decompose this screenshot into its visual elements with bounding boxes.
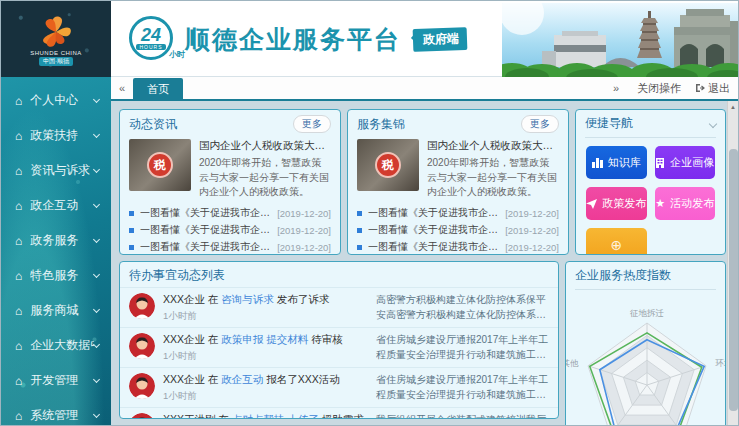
- todo-row[interactable]: XXX王洪刚 在 点对点帮扶 上传了 援助需求 1小时前 我厅组织开展全省装配式…: [120, 407, 558, 419]
- scroll-up-icon[interactable]: ▲: [728, 101, 738, 110]
- bullet-icon: [357, 211, 362, 216]
- todo-detail: 我厅组织开展全省装配式建筑培训我厅组织开展全省装配式建筑培训我厅组织开展全省装配…: [376, 413, 549, 419]
- bullet-icon: [357, 245, 362, 250]
- chevron-down-icon[interactable]: [709, 119, 717, 127]
- todo-action: 报名了XXX活动: [266, 373, 340, 385]
- sidebar-item-service-mall[interactable]: ⌂服务商城: [1, 293, 111, 328]
- sidebar: ⌂个人中心 ⌂政策扶持 ⌂资讯与诉求 ⌂政企互动 ⌂政务服务 ⌂特色服务 ⌂服务…: [1, 77, 111, 426]
- panel-quick-nav: 便捷导航 知识库 企业画像: [575, 109, 726, 255]
- hours-24-icon: 24 HOURS 小时: [129, 16, 175, 62]
- service-featured-item[interactable]: 税 国内企业个人税收政策大汇总[2019-12-20] 2020年即将开始，智慧…: [348, 136, 568, 203]
- building-icon: [655, 158, 665, 168]
- chevron-down-icon: [93, 200, 100, 207]
- panel-title: 企业服务热度指数: [575, 267, 671, 284]
- enterprise-portrait-button[interactable]: 企业画像: [655, 146, 716, 179]
- add-shortcut-button[interactable]: ⊕: [586, 228, 647, 255]
- sidebar-item-bigdata-center[interactable]: ⌂企业大数据中心: [1, 328, 111, 363]
- avatar: [129, 333, 155, 359]
- logout-button[interactable]: 退出: [691, 81, 739, 96]
- svg-text:其他: 其他: [566, 358, 579, 368]
- sidebar-item-sys-management[interactable]: ⌂系统管理: [1, 398, 111, 426]
- knowledge-base-button[interactable]: 知识库: [586, 146, 647, 179]
- panel-title: 便捷导航: [585, 115, 633, 132]
- sidebar-item-info-appeals[interactable]: ⌂资讯与诉求: [1, 153, 111, 188]
- chevron-down-icon: [93, 340, 100, 347]
- todo-link[interactable]: 咨询与诉求: [221, 293, 274, 305]
- sidebar-item-personal-center[interactable]: ⌂个人中心: [1, 83, 111, 118]
- panel-service-collection: 服务集锦 更多 税 国内企业个人税收政策大汇总[2019-12-20] 2020…: [347, 109, 569, 255]
- chevron-down-icon: [93, 270, 100, 277]
- news-more-button[interactable]: 更多: [293, 115, 331, 133]
- brand-logo: SHUNDE CHINA 中国·顺德: [1, 1, 111, 77]
- page-title: 顺德企业服务平台: [185, 23, 401, 56]
- todo-row[interactable]: XXX企业 在 政策申报 提交材料 待审核 1小时前 省住房城乡建设厅通报201…: [120, 327, 558, 367]
- chevron-down-icon: [93, 235, 100, 242]
- bullet-icon: [129, 211, 134, 216]
- todo-row[interactable]: XXX企业 在 政企互动 报名了XXX活动 1小时前 省住房城乡建设厅通报201…: [120, 367, 558, 407]
- home-icon: ⌂: [15, 234, 22, 248]
- sidebar-item-gov-services[interactable]: ⌂政务服务: [1, 223, 111, 258]
- todo-company: XXX企业: [163, 373, 205, 385]
- main-area: « 首页 » 关闭操作 退出 动态资讯 更多 税: [111, 77, 739, 426]
- chevron-down-icon: [93, 410, 100, 417]
- news-featured-item[interactable]: 税 国内企业个人税收政策大汇总[2019-12-20] 2020年即将开始，智慧…: [120, 136, 340, 203]
- sidebar-item-gov-enterprise[interactable]: ⌂政企互动: [1, 188, 111, 223]
- service-list-item[interactable]: 一图看懂《关于促进我市企业“升高”工作–[2019-12-20]: [357, 239, 559, 256]
- panel-dynamic-news: 动态资讯 更多 税 国内企业个人税收政策大汇总[2019-12-20] 2020…: [119, 109, 341, 255]
- service-thumbnail: 税: [357, 139, 419, 191]
- brand-title-group: 24 HOURS 小时 顺德企业服务平台 政府端: [129, 1, 467, 77]
- home-icon: ⌂: [15, 339, 22, 353]
- activity-publish-button[interactable]: ★ 活动发布: [655, 187, 716, 220]
- bullet-icon: [129, 245, 134, 250]
- home-icon: ⌂: [15, 304, 22, 318]
- logo-text-en: SHUNDE CHINA: [30, 50, 82, 57]
- todo-time: 1小时前: [163, 310, 368, 323]
- home-icon: ⌂: [15, 409, 22, 423]
- avatar: [129, 413, 155, 419]
- todo-link[interactable]: 点对点帮扶 上传了: [232, 413, 319, 419]
- app-window: SHUNDE CHINA 中国·顺德 24 HOURS 小时 顺德企业服务平台 …: [0, 0, 739, 426]
- featured-title: 国内企业个人税收政策大汇总: [199, 139, 331, 151]
- service-list-item[interactable]: 一图看懂《关于促进我市企业“升高”工作–[2019-12-20]: [357, 205, 559, 222]
- todo-action: 发布了诉求: [277, 293, 330, 305]
- sidebar-item-dev-management[interactable]: ⌂开发管理: [1, 363, 111, 398]
- scrollbar-thumb[interactable]: [729, 149, 738, 411]
- news-list-item[interactable]: 一图看懂《关于促进我市企业“升高”工作–[2019-12-20]: [129, 239, 331, 256]
- flower-logo-icon: [34, 12, 78, 50]
- panel-title: 待办事宜动态列表: [129, 267, 225, 284]
- todo-time: 1小时前: [163, 350, 368, 363]
- sidebar-item-policy-support[interactable]: ⌂政策扶持: [1, 118, 111, 153]
- tab-bar: « 首页 » 关闭操作 退出: [111, 77, 739, 101]
- todo-link[interactable]: 政企互动: [221, 373, 263, 385]
- bullet-icon: [129, 228, 134, 233]
- svg-text:环境: 环境: [715, 358, 727, 368]
- panel-title: 服务集锦: [357, 116, 405, 133]
- tab-home[interactable]: 首页: [133, 78, 183, 100]
- todo-action: 援助需求: [322, 413, 364, 419]
- sidebar-item-featured-services[interactable]: ⌂特色服务: [1, 258, 111, 293]
- close-operations-button[interactable]: 关闭操作: [627, 81, 691, 96]
- service-more-button[interactable]: 更多: [521, 115, 559, 133]
- svg-text:征地拆迁: 征地拆迁: [629, 308, 665, 318]
- bullet-icon: [357, 228, 362, 233]
- vertical-scrollbar[interactable]: ▲: [727, 101, 738, 426]
- news-list-item[interactable]: 一图看懂《关于促进我市企业“升高”工作–[2019-12-20]: [129, 222, 331, 239]
- panel-service-heat-index: 企业服务热度指数 征地拆迁环境其他: [565, 261, 726, 425]
- radar-chart: 征地拆迁环境其他: [566, 294, 726, 425]
- service-list-item[interactable]: 一图看懂《关于促进我市企业“升高”工作–[2019-12-20]: [357, 222, 559, 239]
- todo-link[interactable]: 政策申报 提交材料: [221, 333, 308, 345]
- collapse-tabs-icon[interactable]: «: [111, 82, 133, 94]
- home-icon: ⌂: [15, 164, 22, 178]
- todo-row[interactable]: XXX企业 在 咨询与诉求 发布了诉求 1小时前 高密警方积极构建立体化防控体系…: [120, 287, 558, 327]
- home-icon: ⌂: [15, 199, 22, 213]
- logo-text-cn: 中国·顺德: [39, 57, 73, 66]
- chevron-down-icon: [93, 305, 100, 312]
- todo-company: XXX王洪刚: [163, 413, 216, 419]
- featured-summary: 2020年即将开始，智慧政策云与大家一起分享一下有关国内企业个人的税收政策。: [199, 156, 331, 200]
- home-icon: ⌂: [15, 374, 22, 388]
- expand-tabs-icon[interactable]: »: [605, 82, 627, 94]
- news-list-item[interactable]: 一图看懂《关于促进我市企业“升高”工作–[2019-12-20]: [129, 205, 331, 222]
- policy-publish-button[interactable]: 政策发布: [586, 187, 647, 220]
- content-area: 动态资讯 更多 税 国内企业个人税收政策大汇总[2019-12-20] 2020…: [111, 101, 739, 425]
- avatar: [129, 373, 155, 399]
